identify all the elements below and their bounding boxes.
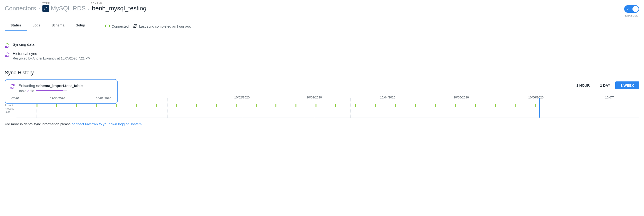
label-type: TYPE [42,2,91,5]
syncing-icon [5,43,11,49]
tabs-row: Status Logs Schema Setup Connected Last … [5,21,639,31]
timeline-sync-tick [256,104,256,107]
timeline-gridline [314,98,314,118]
timeline-date-tick: 10/07/ [605,96,614,99]
timeline-sync-tick [415,104,416,107]
range-1-week[interactable]: 1 WEEK [615,81,639,89]
timeline-sync-tick [156,104,157,107]
breadcrumb-connector[interactable]: MySQL RDS [51,5,86,12]
extracting-text: Extracting schema_import.test_table [18,84,83,88]
enabled-toggle-label: ENABLED [625,14,638,17]
extracting-progress: Table 7 of 8 [18,89,83,93]
timeline-sync-tick [296,104,296,107]
progress-fill [36,90,63,91]
timeline-sync-tick [176,104,177,107]
logging-link[interactable]: connect Fivetran to your own logging sys… [72,122,142,126]
timeline-sync-tick [355,104,356,107]
timeline-chart[interactable] [16,104,639,118]
timeline-sync-tick [375,104,376,107]
timeline-gridline [167,98,168,118]
range-1-hour[interactable]: 1 HOUR [571,81,595,89]
timeline-sync-tick [76,104,77,107]
footer-text: For more in depth sync information pleas… [5,122,639,126]
tab-schema[interactable]: Schema [46,21,70,31]
link-icon [105,24,110,29]
tab-setup[interactable]: Setup [70,21,90,31]
historical-sync-icon [5,52,11,58]
status-line: Connected Last sync completed an hour ag… [105,24,191,29]
timeline-sync-tick [196,104,197,107]
timeline-sync-tick [216,104,217,107]
sync-icon [133,24,137,29]
connected-label: Connected [112,24,129,28]
progress-total: 8 [32,89,34,93]
chevron-right-icon: › [38,6,40,11]
syncing-row: Syncing data [5,43,639,49]
historical-title: Historical sync [13,52,90,56]
timeline-sync-tick [495,104,496,107]
timeline-sync-tick [395,104,396,107]
timeline-sync-tick [276,104,276,107]
timeline-sync-tick [435,104,436,107]
tabs: Status Logs Schema Setup [5,21,91,31]
mysql-icon [42,5,49,12]
content: Syncing data Historical sync Resynced by… [5,43,639,126]
timeline-sync-tick [136,104,137,107]
breadcrumb-labels: TYPE SCHEMA [5,2,146,5]
enabled-toggle-wrap: ✓ ENABLED [624,2,639,17]
range-buttons: 1 HOUR 1 DAY 1 WEEK [571,81,639,89]
extracting-icon [10,84,16,90]
timeline-sync-tick [316,104,316,107]
enabled-toggle[interactable]: ✓ [624,5,639,13]
timeline-sync-tick [116,104,117,107]
timeline-date-tick: 10/06/2020 [528,96,544,99]
range-1-day[interactable]: 1 DAY [595,81,616,89]
breadcrumb-schema: benb_mysql_testing [92,5,146,12]
progress-bar [36,90,67,91]
tab-logs[interactable]: Logs [27,21,46,31]
timeline-sync-tick [36,104,38,107]
sync-history-heading: Sync History [5,70,639,76]
toggle-knob [632,6,638,12]
last-sync-label: Last sync completed an hour ago [139,24,191,28]
syncing-title: Syncing data [13,43,35,47]
timeline-sync-tick [236,104,236,107]
timeline-gridline [242,98,242,118]
check-icon: ✓ [626,7,630,11]
timeline-row-labels: Extract Process Load [5,104,14,114]
tab-status[interactable]: Status [5,21,27,31]
historical-row: Historical sync Resynced by Andrei Lukia… [5,52,639,60]
timeline-now-line [539,98,540,118]
breadcrumb-root[interactable]: Connectors [5,5,36,12]
progress-current: 7 [27,89,29,93]
page-header: TYPE SCHEMA Connectors › MySQL RDS › ben… [5,0,639,17]
timeline-sync-tick [515,104,516,107]
tab-separator [98,24,98,29]
timeline-sync-tick [335,104,336,107]
historical-subtitle: Resynced by Andrei Lukianov at 10/05/202… [13,56,90,60]
timeline-sync-tick [455,104,456,107]
chevron-right-icon: › [88,6,90,11]
callout-mini-dates: /2020 09/30/2020 10/01/2020 [10,96,113,100]
sync-history: Extracting schema_import.test_table Tabl… [5,79,639,118]
timeline-sync-tick [96,104,97,107]
timeline-gridline [350,98,351,118]
extracting-tablename: schema_import.test_table [36,84,83,88]
label-schema: SCHEMA [91,2,103,5]
timeline-sync-tick [535,104,536,107]
timeline-sync-tick [475,104,476,107]
extracting-callout: Extracting schema_import.test_table Tabl… [5,79,118,104]
timeline-gridline [461,98,462,118]
timeline-sync-tick [56,104,57,107]
breadcrumb: Connectors › MySQL RDS › benb_mysql_test… [5,5,146,12]
breadcrumb-area: TYPE SCHEMA Connectors › MySQL RDS › ben… [5,2,146,12]
